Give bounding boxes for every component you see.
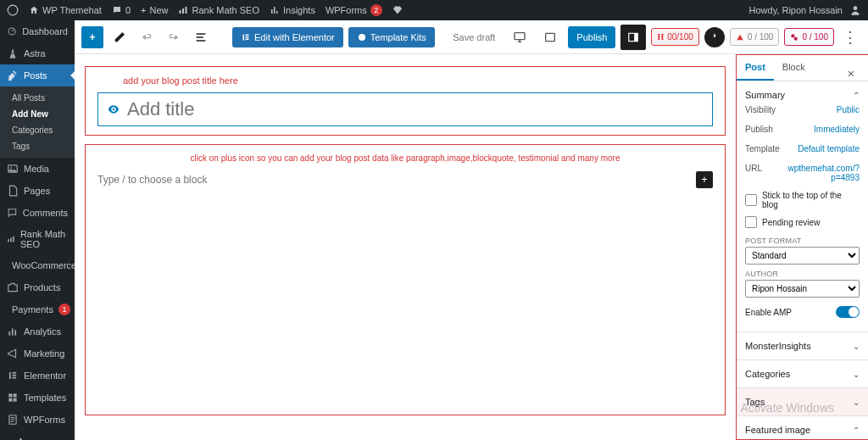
svg-point-7 (854, 6, 858, 10)
insights-link[interactable]: Insights (270, 5, 315, 15)
site-link[interactable]: WP Themehat (29, 5, 102, 15)
svg-point-0 (8, 5, 18, 15)
rankmath-link[interactable]: Rank Math SEO (178, 5, 259, 15)
howdy[interactable]: Howdy, Ripon Hossain (749, 4, 861, 16)
svg-rect-2 (182, 8, 184, 14)
svg-rect-5 (274, 7, 275, 14)
svg-rect-3 (186, 7, 187, 14)
diamond-icon[interactable] (392, 5, 403, 15)
admin-bar: WP Themehat 0 + New Rank Math SEO Insigh… (0, 0, 868, 20)
new-link[interactable]: + New (141, 5, 168, 15)
wp-logo[interactable] (7, 4, 19, 16)
svg-rect-6 (276, 11, 278, 14)
svg-rect-4 (271, 9, 273, 14)
comments-link[interactable]: 0 (112, 5, 131, 15)
svg-rect-1 (180, 10, 181, 14)
wpforms-link[interactable]: WPForms2 (326, 4, 382, 16)
wpforms-badge: 2 (370, 4, 382, 16)
